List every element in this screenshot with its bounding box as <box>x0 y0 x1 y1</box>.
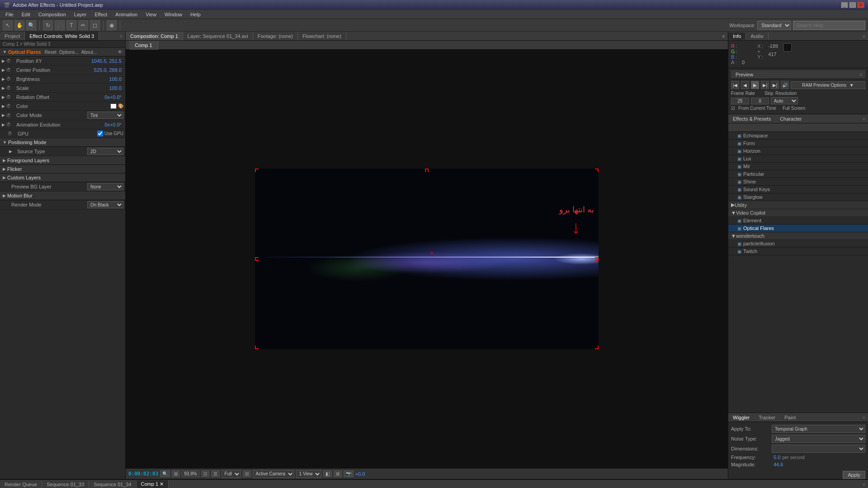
tool-shape[interactable]: ◻ <box>90 20 100 30</box>
color-mode-select[interactable]: Tint <box>87 112 123 119</box>
expand-cl-icon[interactable]: ▶ <box>3 175 6 180</box>
workspace-select[interactable]: Standard <box>757 21 791 30</box>
stopwatch-col-icon[interactable]: ⏱ <box>6 103 11 108</box>
tab-info[interactable]: Info <box>728 33 746 40</box>
about-btn[interactable]: About... <box>81 50 97 55</box>
expand-optical-flares-icon[interactable]: ▼ <box>3 50 7 54</box>
toggle-btn[interactable]: ⊟ <box>243 470 251 477</box>
fit-btn[interactable]: ⊡ <box>201 470 209 477</box>
ep-item-element[interactable]: ▣ Element <box>728 217 868 225</box>
from-current-time-checkbox[interactable]: ☑ <box>731 106 735 111</box>
play-btn[interactable]: ▶ <box>751 81 759 89</box>
menu-effect[interactable]: Effect <box>91 11 111 18</box>
prop-center-position[interactable]: ▶ ⏱ Center Position 525.0, 288.0 <box>0 66 125 75</box>
tab-effects-presets[interactable]: Effects & Presets <box>728 115 775 122</box>
preview-bg-select[interactable]: None <box>87 183 123 190</box>
ep-search-input[interactable] <box>728 123 868 132</box>
stopwatch-br-icon[interactable]: ⏱ <box>6 76 11 81</box>
prop-position-xy[interactable]: ▶ ⏱ Position XY 1045.5, 251.5 <box>0 56 125 66</box>
title-bar-controls[interactable]: _ □ ✕ <box>841 2 864 8</box>
viewer-options-icon[interactable]: ≡ <box>722 33 725 39</box>
tl-tab-seq33[interactable]: Sequence 01_33 <box>42 481 89 488</box>
prop-preview-bg[interactable]: Preview BG Layer None <box>0 182 125 192</box>
tab-character[interactable]: Character <box>775 115 806 122</box>
expand-ro-icon[interactable]: ▶ <box>2 95 5 99</box>
prev-frame-btn[interactable]: ◀ <box>741 81 749 89</box>
dimensions-select[interactable] <box>772 445 865 453</box>
ep-item-sound-keys[interactable]: ▣ Sound Keys <box>728 186 868 193</box>
camera-select[interactable]: Active Camera <box>253 470 294 478</box>
tab-paint[interactable]: Paint <box>780 414 800 421</box>
prop-scale[interactable]: ▶ ⏱ Scale 100.0 <box>0 84 125 93</box>
noise-type-select[interactable]: Jagged <box>772 435 865 443</box>
apply-button[interactable]: Apply <box>843 471 865 479</box>
stopwatch-ro-icon[interactable]: ⏱ <box>6 94 11 99</box>
skip-input[interactable] <box>751 98 769 104</box>
stopwatch-xy-icon[interactable]: ⏱ <box>6 58 11 63</box>
tl-tab-seq34[interactable]: Sequence 01_34 <box>89 481 136 488</box>
prop-anim-evol[interactable]: ▶ ⏱ Animation Evolution 0x+0.0° <box>0 120 125 129</box>
first-frame-btn[interactable]: |◀ <box>731 81 739 89</box>
tool-rotate[interactable]: ↻ <box>43 20 53 30</box>
color-picker-icon[interactable]: 🎨 <box>118 103 123 108</box>
menu-composition[interactable]: Composition <box>35 11 70 18</box>
expand-flicker-icon[interactable]: ▶ <box>3 167 6 171</box>
view-select[interactable]: 1 View <box>296 470 321 478</box>
frame-rate-input[interactable] <box>731 98 749 104</box>
panel-menu-icon[interactable]: ≡ <box>117 33 125 39</box>
positioning-mode-header[interactable]: ▼ Positioning Mode <box>0 138 125 147</box>
motion-blur-header[interactable]: ▶ Motion Blur <box>0 192 125 200</box>
tab-audio[interactable]: Audio <box>746 33 768 40</box>
snapshot-btn[interactable]: 📷 <box>344 470 354 477</box>
expand-br-icon[interactable]: ▶ <box>2 77 5 81</box>
stopwatch-gpu-icon[interactable]: ⏱ <box>8 131 12 136</box>
ep-item-particle[interactable]: ▣ particleIllusion <box>728 240 868 248</box>
expand-ae-icon[interactable]: ▶ <box>2 122 5 127</box>
ep-item-particular[interactable]: ▣ Particular <box>728 170 868 178</box>
ep-item-twitch[interactable]: ▣ Twitch <box>728 248 868 255</box>
stopwatch-ae-icon[interactable]: ⏱ <box>6 122 11 127</box>
ep-item-lux[interactable]: ▣ Lux <box>728 155 868 163</box>
menu-layer[interactable]: Layer <box>71 11 90 18</box>
tool-select[interactable]: ↖ <box>3 20 13 30</box>
expand-sc-icon[interactable]: ▶ <box>2 86 5 90</box>
search-help-input[interactable] <box>793 21 865 30</box>
viewer-tab-layer[interactable]: Layer: Sequence 01_34.avi <box>183 32 253 40</box>
ep-item-optical-flares[interactable]: ▣ Optical Flares <box>728 225 868 232</box>
ep-item-echospace[interactable]: ▣ Echospace <box>728 132 868 140</box>
quality-select[interactable]: Full <box>222 470 241 478</box>
close-button[interactable]: ✕ <box>857 2 864 8</box>
info-panel-menu[interactable]: ≡ <box>860 33 868 39</box>
prop-color-mode[interactable]: ▶ ⏱ Color Mode Tint <box>0 111 125 120</box>
resolution-select[interactable]: Auto <box>771 97 798 104</box>
tl-tab-render[interactable]: Render Queue <box>0 481 42 488</box>
menu-edit[interactable]: Edit <box>18 11 34 18</box>
tool-text[interactable]: T <box>66 20 76 30</box>
viewer-tab-footage[interactable]: Footage: (none) <box>253 32 298 40</box>
render-mode-select[interactable]: On Black <box>87 201 123 208</box>
tl-menu-icon[interactable]: ≡ <box>860 482 868 487</box>
ep-category-utility[interactable]: Utility <box>728 201 868 209</box>
tool-puppet[interactable]: ◉ <box>107 20 117 30</box>
tool-zoom[interactable]: 🔍 <box>26 20 36 30</box>
wiggler-menu-icon[interactable]: ≡ <box>860 415 868 420</box>
tab-tracker[interactable]: Tracker <box>754 414 780 421</box>
stopwatch-sc-icon[interactable]: ⏱ <box>6 85 11 90</box>
ep-category-video-copilot[interactable]: Video Copilot <box>728 209 868 217</box>
prop-rotation[interactable]: ▶ ⏱ Rotation Offset 0x+0.0° <box>0 93 125 102</box>
menu-file[interactable]: File <box>2 11 17 18</box>
expand-cp-icon[interactable]: ▶ <box>2 68 5 72</box>
ep-item-form[interactable]: ▣ Form <box>728 140 868 147</box>
ep-item-starglow[interactable]: ▣ Starglow <box>728 193 868 201</box>
expand-pm-icon[interactable]: ▼ <box>3 140 7 145</box>
expand-pos-icon[interactable]: ▶ <box>2 59 5 63</box>
color-swatch[interactable] <box>110 103 117 109</box>
minimize-button[interactable]: _ <box>841 2 848 8</box>
ep-item-horizon[interactable]: ▣ Horizon <box>728 147 868 155</box>
preview-menu-icon[interactable]: ≡ <box>857 72 865 77</box>
prop-source-type[interactable]: ▶ Source Type 2D <box>0 147 125 156</box>
zoom-btn[interactable]: 🔍 <box>160 470 170 477</box>
ram-preview-btn[interactable]: RAM Preview Options ▼ <box>791 81 865 89</box>
expand-fl-icon[interactable]: ▶ <box>3 158 6 163</box>
stopwatch-cp-icon[interactable]: ⏱ <box>6 67 11 72</box>
